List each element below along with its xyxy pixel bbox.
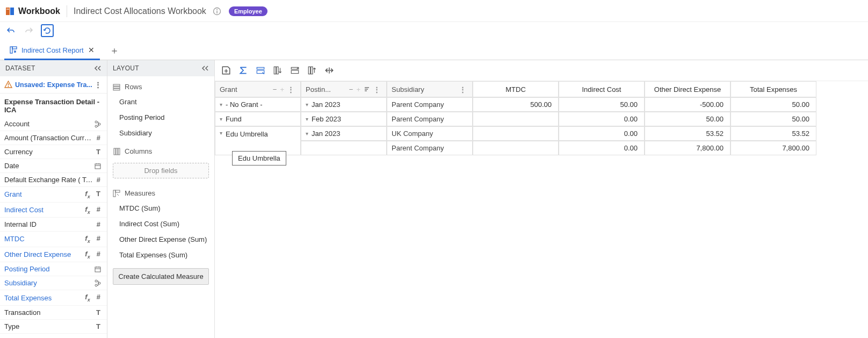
layout-measure-item[interactable]: Indirect Cost (Sum)	[107, 216, 214, 232]
add-button[interactable]: +	[278, 85, 286, 94]
value-cell: 0.00	[559, 126, 645, 141]
field-name: Posting Period	[4, 265, 94, 273]
cell-value: Jan 2023	[312, 130, 341, 138]
period-cell[interactable]: ▾Jan 2023	[301, 126, 387, 141]
fit-width-button[interactable]	[324, 66, 334, 75]
dataset-field[interactable]: MTDCfx#	[0, 232, 107, 247]
dim-menu-button[interactable]: ⋮	[286, 85, 296, 94]
dataset-field[interactable]: TypeT	[0, 320, 107, 334]
pivot-toolbar	[215, 60, 868, 81]
dataset-field[interactable]: GrantfxT	[0, 187, 107, 203]
period-cell[interactable]: ▾Jan 2023	[301, 97, 387, 112]
filter-button[interactable]	[290, 66, 300, 75]
dim-header-posting-period[interactable]: Postin... − + ⋮	[301, 81, 387, 97]
rows-section-header: Rows	[107, 76, 214, 94]
layout-row-item[interactable]: Posting Period	[107, 110, 214, 125]
subsidiary-cell[interactable]: Parent Company	[387, 97, 473, 112]
dataset-field[interactable]: Internal ID#	[0, 218, 107, 232]
period-cell[interactable]: ▾Feb 2023	[301, 112, 387, 126]
layout-measure-item[interactable]: Other Direct Expense (Sum)	[107, 232, 214, 247]
create-calculated-measure-button[interactable]: Create Calculated Measure	[113, 268, 209, 285]
role-badge: Employee	[229, 6, 267, 16]
field-name: Default Exchange Rate ( To...	[4, 176, 94, 184]
dim-menu-button[interactable]: ⋮	[372, 85, 382, 94]
hier-icon	[94, 120, 103, 128]
dataset-field[interactable]: Amount (Transaction Curre...#	[0, 131, 107, 145]
refresh-button[interactable]	[41, 24, 54, 37]
subsidiary-cell[interactable]: Parent Company	[387, 141, 473, 155]
dataset-field[interactable]: Total Expensesfx#	[0, 290, 107, 306]
redo-button[interactable]	[23, 24, 35, 37]
add-button[interactable]: +	[355, 85, 362, 94]
header-divider	[67, 5, 67, 17]
format-button[interactable]	[256, 66, 265, 75]
svg-rect-33	[311, 67, 313, 74]
measure-header-total-expenses[interactable]: Total Expenses	[730, 81, 816, 97]
value-cell: 0.00	[559, 112, 645, 126]
subsidiary-cell[interactable]: Parent Company	[387, 112, 473, 126]
collapse-dataset-button[interactable]	[94, 65, 102, 71]
layout-measure-item[interactable]: MTDC (Sum)	[107, 200, 214, 216]
svg-rect-7	[12, 47, 17, 49]
dataset-field[interactable]: TransactionT	[0, 306, 107, 320]
svg-point-10	[95, 121, 97, 123]
columns-drop-zone[interactable]: Drop fields	[113, 163, 209, 178]
add-tab-button[interactable]: ＋	[110, 44, 119, 57]
text-icon: T	[94, 322, 103, 330]
chevron-down-icon[interactable]: ▾	[220, 116, 222, 122]
info-icon[interactable]	[213, 7, 221, 16]
chevron-down-icon[interactable]: ▾	[220, 130, 222, 136]
field-type-icons	[94, 162, 103, 170]
dim-header-grant[interactable]: Grant − + ⋮	[215, 81, 301, 97]
collapse-layout-button[interactable]	[201, 65, 209, 71]
value-cell	[473, 126, 559, 141]
undo-button[interactable]	[4, 24, 17, 37]
dataset-field[interactable]: Date	[0, 159, 107, 173]
tab-label: Indirect Cost Report	[21, 46, 84, 54]
dataset-field[interactable]: Default Exchange Rate ( To...#	[0, 173, 107, 187]
dataset-field[interactable]: Subsidiary	[0, 276, 107, 290]
chevron-down-icon[interactable]: ▾	[306, 116, 308, 122]
layout-row-item[interactable]: Grant	[107, 94, 214, 110]
date-icon	[94, 265, 103, 273]
dataset-field[interactable]: Indirect Costfx#	[0, 203, 107, 218]
dataset-selector[interactable]: Unsaved: Expense Tra... ⋮	[0, 76, 107, 94]
dataset-menu-button[interactable]: ⋮	[93, 81, 103, 89]
dim-header-subsidiary[interactable]: Subsidiary ⋮	[387, 81, 473, 97]
dim-menu-button[interactable]: ⋮	[458, 85, 468, 94]
field-type-icons: fx#	[83, 234, 103, 244]
chevron-down-icon[interactable]: ▾	[306, 131, 308, 136]
grant-cell[interactable]: ▾Fund	[215, 112, 301, 126]
remove-button[interactable]: −	[348, 85, 355, 94]
dim-header-label: Postin...	[306, 85, 348, 94]
grant-cell[interactable]: ▾- No Grant -	[215, 97, 301, 112]
value-cell: 7,800.00	[645, 141, 730, 155]
dataset-source-title: Expense Transaction Detail - ICA	[0, 94, 107, 117]
dataset-field[interactable]: Account	[0, 117, 107, 131]
sort-icon[interactable]	[362, 86, 372, 92]
chevron-down-icon[interactable]: ▾	[220, 102, 222, 107]
measure-header-indirect-cost[interactable]: Indirect Cost	[559, 81, 645, 97]
add-field-button[interactable]	[221, 66, 231, 75]
dataset-panel: DATASET Unsaved: Expense Tra... ⋮ Expens…	[0, 60, 107, 338]
subsidiary-cell[interactable]: UK Company	[387, 126, 473, 141]
dataset-field[interactable]: Posting Period	[0, 262, 107, 276]
field-type-icons	[94, 120, 103, 128]
measure-header-other-direct-expense[interactable]: Other Direct Expense	[645, 81, 730, 97]
dim-header-label: Grant	[220, 85, 271, 94]
close-tab-button[interactable]: ✕	[88, 46, 95, 54]
value-cell: 0.00	[559, 141, 645, 155]
layout-row-item[interactable]: Subsidiary	[107, 125, 214, 141]
tab-indirect-cost-report[interactable]: Indirect Cost Report ✕	[4, 41, 100, 60]
chevron-down-icon[interactable]: ▾	[306, 102, 308, 107]
measure-header-mtdc[interactable]: MTDC	[473, 81, 559, 97]
dataset-field[interactable]: Other Direct Expensefx#	[0, 247, 107, 263]
svg-rect-20	[113, 89, 120, 90]
layout-measure-item[interactable]: Total Expenses (Sum)	[107, 247, 214, 263]
dataset-field[interactable]: CurrencyT	[0, 145, 107, 159]
remove-button[interactable]: −	[271, 85, 279, 94]
sort-button[interactable]	[273, 66, 283, 75]
sigma-button[interactable]	[238, 66, 248, 75]
column-settings-button[interactable]	[307, 66, 317, 75]
value-cell: 53.52	[645, 126, 730, 141]
